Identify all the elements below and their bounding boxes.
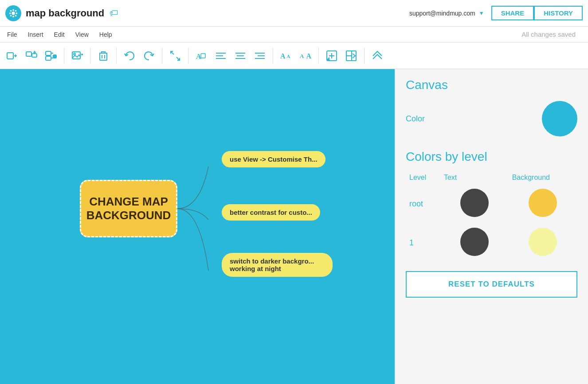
expand-button[interactable] [167, 48, 184, 63]
sep7 [318, 48, 319, 64]
sep4 [162, 48, 162, 64]
connectors-svg [0, 69, 395, 384]
svg-text:A: A [196, 53, 201, 60]
share-button[interactable]: SHARE [491, 6, 534, 20]
svg-point-2 [12, 16, 14, 17]
menubar: File Insert Edit View Help All changes s… [0, 27, 588, 43]
svg-rect-12 [26, 52, 31, 56]
add-node-button[interactable] [4, 48, 20, 63]
layout-button[interactable] [343, 48, 360, 63]
svg-point-23 [74, 53, 75, 55]
app-title: map background [26, 8, 104, 19]
menu-view[interactable]: View [75, 31, 89, 38]
svg-point-7 [15, 10, 17, 12]
sep8 [364, 48, 365, 64]
bg-color-cell [509, 184, 577, 223]
canvas-color-row: Color [406, 101, 577, 136]
add-sibling-button[interactable] [43, 48, 59, 63]
level-table-body: root1 [406, 184, 577, 262]
sep3 [116, 48, 117, 64]
svg-rect-32 [201, 54, 205, 58]
svg-text:A: A [306, 52, 311, 60]
svg-text:A: A [300, 53, 304, 59]
text-align-right[interactable] [251, 48, 268, 63]
svg-rect-21 [53, 55, 56, 58]
undo-button[interactable] [121, 48, 138, 63]
collapse-all-button[interactable] [369, 48, 386, 63]
svg-rect-26 [100, 53, 107, 60]
svg-point-5 [10, 10, 12, 12]
text-color-swatch-root[interactable] [460, 189, 489, 217]
svg-point-1 [12, 9, 14, 11]
user-dropdown-icon[interactable]: ▼ [479, 10, 484, 16]
root-node-text: Change Map Background [81, 195, 176, 222]
svg-point-3 [9, 12, 11, 14]
menu-edit[interactable]: Edit [54, 31, 65, 38]
svg-rect-13 [32, 54, 37, 57]
bg-color-cell [509, 223, 577, 262]
colors-by-level-title: Colors by level [406, 150, 577, 164]
sep1 [64, 48, 64, 64]
sep2 [90, 48, 90, 64]
font-larger-button[interactable]: A A [278, 48, 294, 63]
col-header-background: Background [509, 171, 577, 184]
canvas-color-label: Color [406, 114, 542, 124]
right-panel: Canvas Color Colors by level Level Text … [395, 69, 588, 384]
app-logo [5, 5, 21, 21]
delete-button[interactable] [95, 48, 112, 63]
reset-to-defaults-button[interactable]: RESET TO DEFAULTS [406, 271, 577, 298]
text-align-left[interactable] [212, 48, 229, 63]
sep5 [188, 48, 188, 64]
text-color-cell [440, 184, 509, 223]
add-child-button[interactable] [23, 48, 40, 63]
image-resize-button[interactable] [323, 48, 340, 63]
level-cell: root [406, 184, 440, 223]
text-color-swatch-1[interactable] [460, 228, 489, 256]
svg-point-6 [15, 15, 17, 16]
svg-line-29 [171, 51, 174, 54]
tag-icon: 🏷 [110, 8, 118, 18]
saved-status: All changes saved [521, 31, 576, 38]
topbar: map background 🏷 support@mindmup.com ▼ S… [0, 0, 588, 27]
menu-file[interactable]: File [7, 31, 17, 38]
svg-point-0 [12, 12, 15, 15]
branch-node-2[interactable]: better contrast for custo... [222, 204, 320, 221]
canvas-color-swatch[interactable] [542, 101, 577, 136]
image-button[interactable] [69, 48, 86, 63]
bg-color-swatch-1[interactable] [529, 228, 557, 256]
table-row: root [406, 184, 577, 223]
col-header-text: Text [440, 171, 509, 184]
root-node[interactable]: Change Map Background [80, 180, 177, 237]
branch-2-text: better contrast for custo... [230, 209, 312, 216]
branch-node-1[interactable]: use View -> Customise Th... [222, 151, 325, 167]
svg-point-4 [16, 12, 18, 14]
text-color-cell [440, 223, 509, 262]
font-smaller-button[interactable]: A A [297, 48, 314, 63]
text-align-center[interactable] [232, 48, 249, 63]
svg-text:A: A [286, 54, 290, 59]
main-area: Change Map Background use View -> Custom… [0, 69, 588, 384]
level-cell: 1 [406, 223, 440, 262]
bg-color-swatch-root[interactable] [529, 189, 557, 217]
sep6 [273, 48, 273, 64]
text-format-button[interactable]: A [193, 48, 210, 63]
svg-rect-9 [7, 53, 13, 59]
redo-button[interactable] [141, 48, 157, 63]
user-email: support@mindmup.com [409, 10, 475, 17]
history-button[interactable]: HISTORY [534, 6, 583, 20]
branch-node-3[interactable]: switch to darker backgro... working at n… [222, 253, 333, 277]
menu-insert[interactable]: Insert [28, 31, 43, 38]
svg-line-30 [176, 57, 180, 60]
col-header-level: Level [406, 171, 440, 184]
svg-rect-17 [46, 51, 51, 55]
level-table: Level Text Background root1 [406, 171, 577, 262]
user-area: support@mindmup.com ▼ [409, 10, 484, 17]
svg-rect-18 [46, 56, 51, 60]
menu-help[interactable]: Help [99, 31, 112, 38]
toolbar: A A A A A [0, 43, 588, 69]
branch-1-text: use View -> Customise Th... [230, 155, 318, 163]
branch-3-text: switch to darker backgro... working at n… [230, 257, 314, 272]
table-row: 1 [406, 223, 577, 262]
canvas-area[interactable]: Change Map Background use View -> Custom… [0, 69, 395, 384]
svg-text:A: A [280, 52, 286, 60]
